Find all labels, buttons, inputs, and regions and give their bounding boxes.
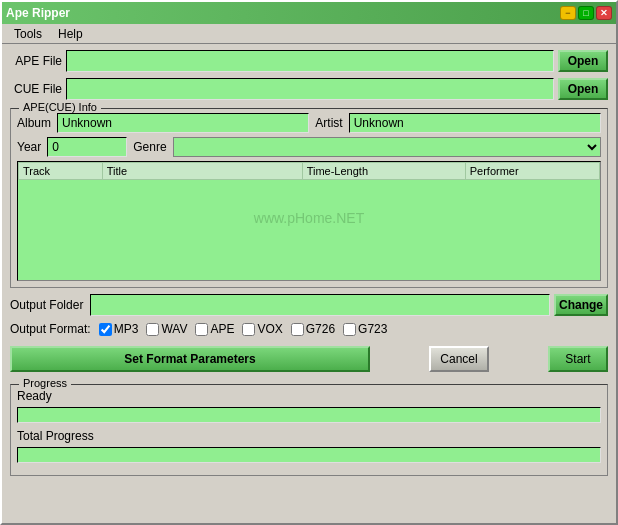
genre-select[interactable]: Pop Rock Jazz Classical Other: [173, 137, 601, 157]
progress-bar-container: [17, 407, 601, 423]
main-window: Ape Ripper − □ ✕ Tools Help APE File Ope…: [0, 0, 618, 525]
content-area: APE File Open CUE File Open APE(CUE) Inf…: [2, 44, 616, 523]
col-performer: Performer: [465, 163, 599, 180]
track-table-container[interactable]: Track Title Time-Length Performer www.pH…: [17, 161, 601, 281]
ape-file-input[interactable]: [66, 50, 554, 72]
album-input[interactable]: [57, 113, 309, 133]
maximize-button[interactable]: □: [578, 6, 594, 20]
minimize-button[interactable]: −: [560, 6, 576, 20]
format-g726[interactable]: G726: [291, 322, 335, 336]
cue-file-label: CUE File: [10, 82, 62, 96]
year-label: Year: [17, 140, 41, 154]
year-genre-row: Year Genre Pop Rock Jazz Classical Other: [17, 137, 601, 157]
format-label: Output Format:: [10, 322, 91, 336]
cue-open-button[interactable]: Open: [558, 78, 608, 100]
format-g723[interactable]: G723: [343, 322, 387, 336]
album-row: Album Artist: [17, 113, 601, 133]
format-vox-checkbox[interactable]: [242, 323, 255, 336]
menu-tools[interactable]: Tools: [6, 25, 50, 43]
year-input[interactable]: [47, 137, 127, 157]
format-g723-label: G723: [358, 322, 387, 336]
progress-status: Ready: [17, 389, 601, 403]
ape-open-button[interactable]: Open: [558, 50, 608, 72]
format-ape-checkbox[interactable]: [195, 323, 208, 336]
format-vox[interactable]: VOX: [242, 322, 282, 336]
progress-group-label: Progress: [19, 377, 71, 389]
ape-file-label: APE File: [10, 54, 62, 68]
cue-file-input[interactable]: [66, 78, 554, 100]
title-bar: Ape Ripper − □ ✕: [2, 2, 616, 24]
ape-info-group-label: APE(CUE) Info: [19, 101, 101, 113]
album-label: Album: [17, 116, 51, 130]
col-track: Track: [19, 163, 103, 180]
menu-help[interactable]: Help: [50, 25, 91, 43]
format-g726-label: G726: [306, 322, 335, 336]
genre-label: Genre: [133, 140, 166, 154]
change-folder-button[interactable]: Change: [554, 294, 608, 316]
menu-bar: Tools Help: [2, 24, 616, 44]
total-progress-label: Total Progress: [17, 429, 601, 443]
format-g726-checkbox[interactable]: [291, 323, 304, 336]
ape-file-row: APE File Open: [10, 50, 608, 72]
output-folder-row: Output Folder Change: [10, 294, 608, 316]
cue-file-row: CUE File Open: [10, 78, 608, 100]
watermark: www.pHome.NET: [19, 180, 600, 256]
format-wav[interactable]: WAV: [146, 322, 187, 336]
format-vox-label: VOX: [257, 322, 282, 336]
action-buttons-row: Set Format Parameters Cancel Start: [10, 346, 608, 372]
output-folder-input[interactable]: [90, 294, 550, 316]
format-wav-label: WAV: [161, 322, 187, 336]
title-bar-buttons: − □ ✕: [560, 6, 612, 20]
title-bar-text: Ape Ripper: [6, 6, 70, 20]
total-progress-bar-container: [17, 447, 601, 463]
format-mp3-checkbox[interactable]: [99, 323, 112, 336]
ape-info-group: APE(CUE) Info Album Artist Year Genre Po…: [10, 108, 608, 288]
progress-group: Progress Ready Total Progress: [10, 384, 608, 476]
format-wav-checkbox[interactable]: [146, 323, 159, 336]
output-folder-label: Output Folder: [10, 298, 86, 312]
col-time: Time-Length: [302, 163, 465, 180]
format-mp3[interactable]: MP3: [99, 322, 139, 336]
format-row: Output Format: MP3 WAV APE VOX G726: [10, 322, 608, 336]
format-g723-checkbox[interactable]: [343, 323, 356, 336]
artist-input[interactable]: [349, 113, 601, 133]
close-button[interactable]: ✕: [596, 6, 612, 20]
track-table: Track Title Time-Length Performer www.pH…: [18, 162, 600, 256]
format-mp3-label: MP3: [114, 322, 139, 336]
format-ape[interactable]: APE: [195, 322, 234, 336]
format-ape-label: APE: [210, 322, 234, 336]
col-title: Title: [102, 163, 302, 180]
cancel-button[interactable]: Cancel: [429, 346, 489, 372]
set-format-button[interactable]: Set Format Parameters: [10, 346, 370, 372]
artist-label: Artist: [315, 116, 342, 130]
start-button[interactable]: Start: [548, 346, 608, 372]
